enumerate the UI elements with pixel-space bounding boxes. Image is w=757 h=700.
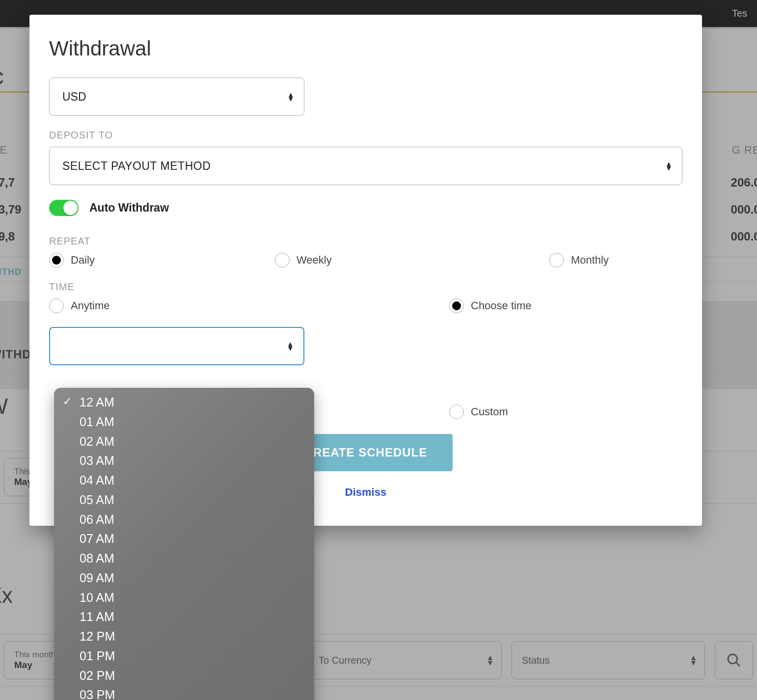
radio-label: Monthly xyxy=(571,254,609,267)
time-option[interactable]: 01 AM xyxy=(54,412,314,432)
time-option[interactable]: 02 AM xyxy=(54,432,314,452)
time-option[interactable]: 04 AM xyxy=(54,471,314,490)
radio-label: Anytime xyxy=(71,299,109,312)
radio-label: Choose time xyxy=(471,299,532,312)
time-anytime-radio[interactable]: Anytime xyxy=(49,298,366,313)
radio-label: Daily xyxy=(71,254,95,267)
time-dropdown-menu[interactable]: 12 AM01 AM02 AM03 AM04 AM05 AM06 AM07 AM… xyxy=(54,388,314,700)
repeat-monthly-radio[interactable]: Monthly xyxy=(442,253,682,268)
chevron-updown-icon: ▴▾ xyxy=(667,162,671,171)
time-option[interactable]: 09 AM xyxy=(54,568,314,588)
time-select[interactable]: ▴▾ xyxy=(49,327,304,365)
time-label: TIME xyxy=(49,281,682,293)
auto-withdraw-toggle[interactable] xyxy=(49,200,79,216)
time-choose-radio[interactable]: Choose time xyxy=(366,298,682,313)
time-option[interactable]: 11 AM xyxy=(54,607,314,627)
time-option[interactable]: 12 AM xyxy=(54,393,314,412)
radio-icon xyxy=(49,253,64,268)
auto-withdraw-label: Auto Withdraw xyxy=(89,201,169,215)
time-option[interactable]: 12 PM xyxy=(54,627,314,646)
repeat-weekly-radio[interactable]: Weekly xyxy=(216,253,442,268)
time-option[interactable]: 06 AM xyxy=(54,510,314,530)
time-option[interactable]: 03 AM xyxy=(54,451,314,471)
currency-value: USD xyxy=(62,90,86,104)
time-option[interactable]: 03 PM xyxy=(54,685,314,700)
time-option[interactable]: 05 AM xyxy=(54,490,314,510)
radio-label: Custom xyxy=(471,405,508,418)
custom-radio[interactable]: Custom xyxy=(366,404,682,419)
payout-value: SELECT PAYOUT METHOD xyxy=(62,160,211,173)
deposit-to-label: DEPOSIT TO xyxy=(49,130,682,141)
radio-icon xyxy=(549,253,564,268)
repeat-daily-radio[interactable]: Daily xyxy=(49,253,216,268)
time-option[interactable]: 01 PM xyxy=(54,646,314,666)
chevron-updown-icon: ▴▾ xyxy=(289,92,293,102)
time-option[interactable]: 07 AM xyxy=(54,529,314,549)
dismiss-button[interactable]: Dismiss xyxy=(345,486,386,499)
radio-icon xyxy=(449,298,464,313)
time-option[interactable]: 10 AM xyxy=(54,588,314,608)
modal-title: Withdrawal xyxy=(49,37,682,60)
radio-label: Weekly xyxy=(297,254,332,267)
time-option[interactable]: 08 AM xyxy=(54,549,314,568)
payout-method-select[interactable]: SELECT PAYOUT METHOD ▴▾ xyxy=(49,147,682,185)
repeat-label: REPEAT xyxy=(49,236,682,247)
currency-select[interactable]: USD ▴▾ xyxy=(49,78,304,116)
radio-icon xyxy=(449,404,464,419)
time-option[interactable]: 02 PM xyxy=(54,666,314,686)
radio-icon xyxy=(275,253,290,268)
radio-icon xyxy=(49,298,64,313)
chevron-updown-icon: ▴▾ xyxy=(288,342,293,351)
